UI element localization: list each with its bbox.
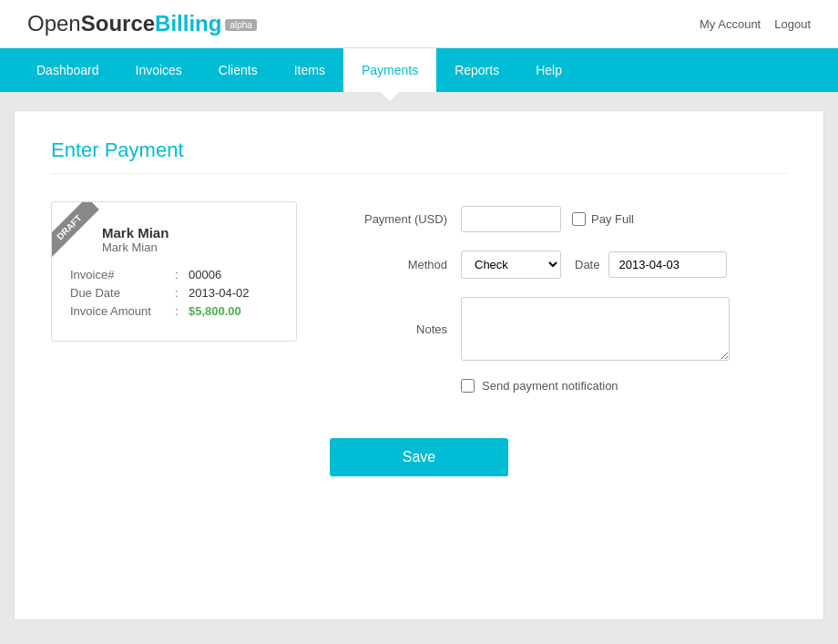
navbar: Dashboard Invoices Clients Items Payment… (0, 48, 838, 92)
pay-full-label[interactable]: Pay Full (572, 212, 634, 226)
invoice-card: Mark Mian Mark Mian Invoice# : 00006 Due… (51, 201, 297, 342)
nav-items[interactable]: Items (276, 48, 343, 92)
notes-row: Notes (352, 297, 787, 361)
method-date-row: Method Check Cash Credit Card Bank Trans… (352, 250, 787, 279)
invoice-details: Invoice# : 00006 Due Date : 2013-04-02 I… (70, 268, 278, 318)
nav-payments[interactable]: Payments (343, 48, 436, 92)
logo-open: Open (27, 11, 81, 36)
nav-dashboard[interactable]: Dashboard (18, 48, 118, 92)
invoice-due-date-val: 2013-04-02 (189, 286, 250, 300)
save-button[interactable]: Save (330, 438, 508, 476)
notes-textarea[interactable] (461, 297, 730, 361)
my-account-link[interactable]: My Account (700, 17, 761, 31)
notification-row: Send payment notification (461, 379, 787, 393)
invoice-number-label: Invoice# (70, 268, 175, 281)
notification-checkbox[interactable] (461, 379, 475, 393)
date-label: Date (575, 258, 599, 271)
save-section: Save (51, 438, 787, 476)
nav-clients[interactable]: Clients (200, 48, 276, 92)
payment-form: Payment (USD) Pay Full Method Check Cash… (352, 201, 787, 393)
notes-label: Notes (352, 322, 461, 336)
logo: OpenSourceBillingalpha (27, 11, 257, 36)
nav-help[interactable]: Help (517, 48, 580, 92)
header-nav: My Account Logout (700, 17, 811, 31)
nav-invoices[interactable]: Invoices (118, 48, 200, 92)
client-name: Mark Mian (102, 225, 278, 240)
pay-full-text: Pay Full (591, 212, 634, 226)
payment-input[interactable] (461, 206, 561, 232)
main-content: Enter Payment Mark Mian Mark Mian Invoic… (14, 110, 824, 620)
footer: Copyright © 2013 by VTEAMS. All rights r… (0, 639, 838, 644)
logo-billing: Billing (155, 11, 221, 36)
draft-badge (52, 202, 116, 266)
method-select[interactable]: Check Cash Credit Card Bank Transfer (461, 250, 561, 279)
invoice-amount-sep: : (175, 304, 189, 318)
header: OpenSourceBillingalpha My Account Logout (0, 0, 838, 48)
date-input[interactable] (608, 251, 727, 278)
invoice-due-date-row: Due Date : 2013-04-02 (70, 286, 278, 300)
logo-source: Source (81, 11, 155, 36)
nav-reports[interactable]: Reports (436, 48, 517, 92)
invoice-amount-row: Invoice Amount : $5,800.00 (70, 304, 278, 318)
pay-full-checkbox[interactable] (572, 212, 586, 226)
payment-layout: Mark Mian Mark Mian Invoice# : 00006 Due… (51, 201, 787, 393)
logout-link[interactable]: Logout (774, 17, 811, 31)
invoice-amount-label: Invoice Amount (70, 304, 175, 318)
client-sub: Mark Mian (102, 240, 278, 254)
invoice-due-date-label: Due Date (70, 286, 175, 300)
logo-badge: alpha (225, 19, 256, 31)
page-title: Enter Payment (51, 138, 787, 174)
invoice-number-sep: : (175, 268, 189, 281)
invoice-due-date-sep: : (175, 286, 189, 300)
notification-label: Send payment notification (482, 379, 618, 393)
method-label: Method (352, 258, 461, 271)
invoice-amount-val: $5,800.00 (189, 304, 241, 318)
payment-label: Payment (USD) (352, 212, 461, 226)
invoice-number-row: Invoice# : 00006 (70, 268, 278, 281)
invoice-number-val: 00006 (189, 268, 221, 281)
payment-amount-row: Payment (USD) Pay Full (352, 206, 787, 232)
